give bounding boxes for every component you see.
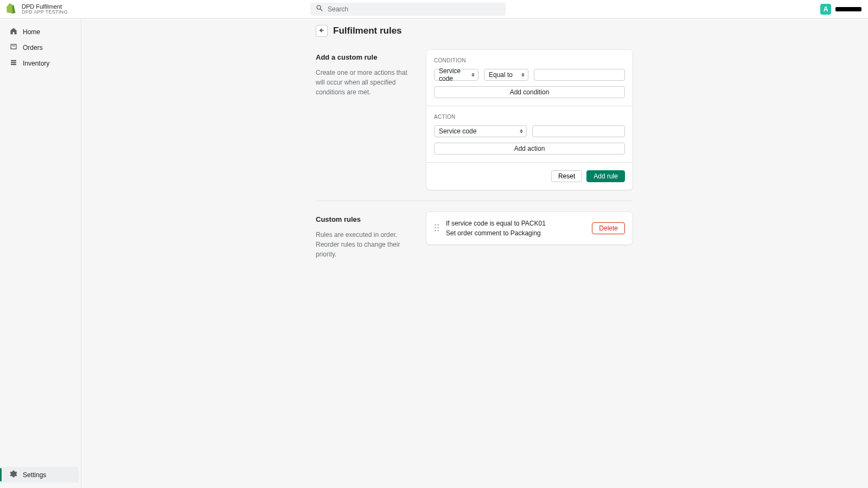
page-title: Fulfilment rules bbox=[333, 25, 402, 36]
drag-handle-icon[interactable] bbox=[434, 224, 439, 233]
page-header: Fulfilment rules bbox=[316, 25, 633, 37]
search-icon bbox=[316, 4, 323, 14]
top-bar: DPD Fulfilment DPD APP TESTING A bbox=[0, 0, 868, 18]
condition-operator-select[interactable]: Equal to bbox=[484, 69, 528, 81]
brand-block: DPD Fulfilment DPD APP TESTING bbox=[7, 3, 81, 15]
select-value: Service code bbox=[439, 67, 474, 82]
delete-rule-button[interactable]: Delete bbox=[592, 222, 625, 234]
brand-subtitle: DPD APP TESTING bbox=[22, 10, 68, 15]
custom-rules-description: Rules are executed in order. Reorder rul… bbox=[316, 230, 416, 259]
sidebar-item-settings[interactable]: Settings bbox=[2, 467, 79, 483]
user-name bbox=[835, 7, 861, 11]
custom-rules-heading: Custom rules bbox=[316, 215, 416, 223]
sidebar-item-label: Inventory bbox=[23, 60, 49, 67]
search-field[interactable] bbox=[310, 3, 506, 16]
back-button[interactable] bbox=[316, 25, 328, 37]
search-input[interactable] bbox=[328, 5, 500, 13]
svg-point-2 bbox=[435, 227, 436, 228]
sidebar-item-inventory[interactable]: Inventory bbox=[2, 56, 79, 70]
user-menu[interactable]: A bbox=[820, 4, 861, 15]
svg-point-4 bbox=[435, 230, 436, 231]
action-value-input[interactable] bbox=[532, 125, 625, 137]
brand-title: DPD Fulfilment bbox=[22, 3, 68, 10]
svg-point-0 bbox=[435, 224, 436, 225]
condition-field-select[interactable]: Service code bbox=[434, 69, 478, 81]
arrow-left-icon bbox=[318, 27, 325, 35]
add-rule-button[interactable]: Add rule bbox=[586, 170, 625, 182]
sidebar: Home Orders Inventory Settings bbox=[0, 18, 81, 488]
sidebar-item-label: Orders bbox=[23, 44, 43, 52]
add-action-button[interactable]: Add action bbox=[434, 143, 625, 155]
add-condition-button[interactable]: Add condition bbox=[434, 86, 625, 98]
svg-point-3 bbox=[437, 227, 438, 228]
gear-icon bbox=[10, 470, 17, 479]
condition-label: Condition bbox=[434, 57, 625, 63]
avatar: A bbox=[820, 4, 831, 15]
main-content: Fulfilment rules Add a custom rule Creat… bbox=[81, 18, 868, 488]
inventory-icon bbox=[10, 59, 17, 68]
svg-point-5 bbox=[437, 230, 438, 231]
add-rule-description: Create one or more actions that will occ… bbox=[316, 68, 416, 97]
select-value: Service code bbox=[439, 127, 476, 135]
select-caret-icon bbox=[471, 73, 475, 77]
sidebar-item-home[interactable]: Home bbox=[2, 24, 79, 39]
shopify-logo-icon bbox=[7, 4, 16, 14]
home-icon bbox=[10, 27, 17, 36]
select-value: Equal to bbox=[489, 71, 513, 79]
svg-point-1 bbox=[437, 224, 438, 225]
select-caret-icon bbox=[520, 130, 523, 133]
action-label: Action bbox=[434, 114, 625, 120]
action-field-select[interactable]: Service code bbox=[434, 125, 527, 137]
reset-button[interactable]: Reset bbox=[551, 170, 582, 182]
sidebar-item-orders[interactable]: Orders bbox=[2, 40, 79, 55]
settings-label: Settings bbox=[23, 471, 46, 479]
sidebar-item-label: Home bbox=[23, 28, 40, 36]
orders-icon bbox=[10, 43, 17, 52]
section-divider bbox=[316, 201, 633, 201]
condition-value-input[interactable] bbox=[534, 69, 625, 81]
rule-condition-text: If service code is equal to PACK01 bbox=[446, 219, 585, 228]
rule-action-text: Set order comment to Packaging bbox=[446, 228, 585, 238]
add-rule-card: Condition Service code Equal to bbox=[426, 50, 633, 190]
rule-item: If service code is equal to PACK01 Set o… bbox=[426, 212, 633, 245]
add-rule-heading: Add a custom rule bbox=[316, 53, 416, 61]
rule-description: If service code is equal to PACK01 Set o… bbox=[446, 219, 585, 238]
select-caret-icon bbox=[521, 73, 525, 77]
